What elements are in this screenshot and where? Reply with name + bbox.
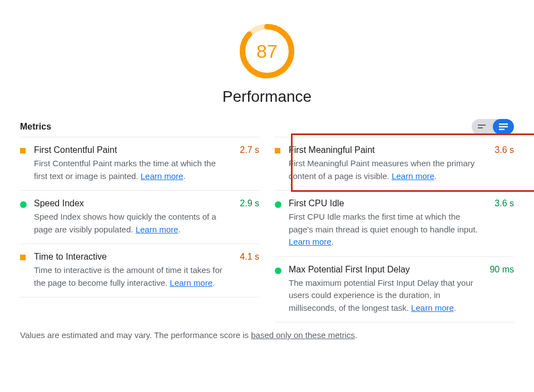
svg-rect-5 (499, 126, 508, 127)
learn-more-link[interactable]: Learn more (289, 237, 332, 246)
metric-value: 4.1 s (231, 252, 259, 289)
metric-desc-suffix: . (178, 225, 180, 234)
performance-header: 87 Performance (20, 22, 514, 106)
metric-right-0: First Meaningful PaintFirst Meaningful P… (275, 137, 514, 190)
learn-more-link[interactable]: Learn more (411, 303, 454, 312)
learn-more-link[interactable]: Learn more (170, 278, 212, 287)
metric-desc-text: First CPU Idle marks the first time at w… (289, 212, 478, 234)
compact-view-icon (477, 123, 487, 131)
metric-description: First Contentful Paint marks the time at… (34, 157, 225, 182)
footnote-suffix: . (355, 330, 357, 340)
metric-description: First Meaningful Paint measures when the… (289, 157, 479, 182)
learn-more-link[interactable]: Learn more (136, 225, 179, 234)
metric-desc-text: First Meaningful Paint measures when the… (289, 158, 474, 181)
status-warn-icon (20, 252, 34, 289)
metric-desc-text: First Contentful Paint marks the time at… (34, 158, 216, 181)
metric-value: 2.7 s (231, 145, 259, 182)
svg-rect-4 (499, 123, 508, 125)
metric-value: 90 ms (486, 265, 514, 315)
metric-value: 2.9 s (231, 199, 259, 236)
metric-desc-suffix: . (332, 237, 334, 246)
metric-description: Time to interactive is the amount of tim… (34, 264, 225, 289)
metric-desc-suffix: . (434, 171, 437, 181)
metrics-grid: First Contentful PaintFirst Contentful P… (20, 137, 514, 322)
view-toggle (472, 119, 514, 135)
footnote-link[interactable]: based only on these metrics (251, 330, 355, 340)
metric-value: 3.6 s (486, 145, 514, 182)
metrics-heading: Metrics (20, 122, 51, 132)
footnote-prefix: Values are estimated and may vary. The p… (20, 330, 251, 340)
status-pass-icon (275, 265, 289, 315)
status-warn-icon (20, 145, 34, 182)
metric-body: First Meaningful PaintFirst Meaningful P… (289, 145, 486, 182)
metric-description: First CPU Idle marks the first time at w… (289, 211, 479, 249)
status-warn-icon (275, 145, 289, 182)
metric-desc-suffix: . (212, 278, 215, 287)
expanded-view-icon (498, 123, 508, 131)
metric-left-2: Time to InteractiveTime to interactive i… (20, 244, 259, 297)
metric-title: Speed Index (34, 199, 225, 209)
metric-body: First CPU IdleFirst CPU Idle marks the f… (289, 199, 486, 249)
footnote: Values are estimated and may vary. The p… (20, 330, 514, 340)
status-pass-icon (20, 199, 34, 236)
svg-rect-6 (499, 129, 505, 130)
svg-rect-3 (478, 127, 483, 128)
metric-body: Max Potential First Input DelayThe maxim… (289, 265, 486, 315)
metric-body: Speed IndexSpeed Index shows how quickly… (34, 199, 231, 236)
metric-body: First Contentful PaintFirst Contentful P… (34, 145, 231, 182)
score-value: 87 (238, 22, 296, 80)
toggle-expanded-button[interactable] (493, 119, 514, 135)
metric-left-0: First Contentful PaintFirst Contentful P… (20, 137, 259, 190)
page-title: Performance (222, 88, 312, 106)
status-pass-icon (275, 199, 289, 249)
learn-more-link[interactable]: Learn more (392, 171, 434, 181)
learn-more-link[interactable]: Learn more (141, 171, 184, 181)
score-gauge: 87 (238, 22, 296, 80)
metric-right-1: First CPU IdleFirst CPU Idle marks the f… (275, 190, 514, 256)
metric-title: First Contentful Paint (34, 145, 225, 155)
metric-title: First Meaningful Paint (289, 145, 479, 155)
metric-title: First CPU Idle (289, 199, 479, 209)
toggle-compact-button[interactable] (472, 119, 493, 135)
metric-title: Max Potential First Input Delay (289, 265, 479, 275)
metric-right-2: Max Potential First Input DelayThe maxim… (275, 256, 514, 323)
metric-description: Speed Index shows how quickly the conten… (34, 211, 225, 236)
svg-rect-2 (478, 125, 486, 126)
metric-desc-text: Speed Index shows how quickly the conten… (34, 212, 216, 234)
metric-value: 3.6 s (486, 199, 514, 249)
metric-title: Time to Interactive (34, 252, 225, 262)
metric-desc-suffix: . (183, 171, 185, 181)
metric-body: Time to InteractiveTime to interactive i… (34, 252, 231, 289)
metric-desc-suffix: . (454, 303, 456, 312)
metric-left-1: Speed IndexSpeed Index shows how quickly… (20, 190, 259, 244)
metric-description: The maximum potential First Input Delay … (289, 277, 479, 315)
